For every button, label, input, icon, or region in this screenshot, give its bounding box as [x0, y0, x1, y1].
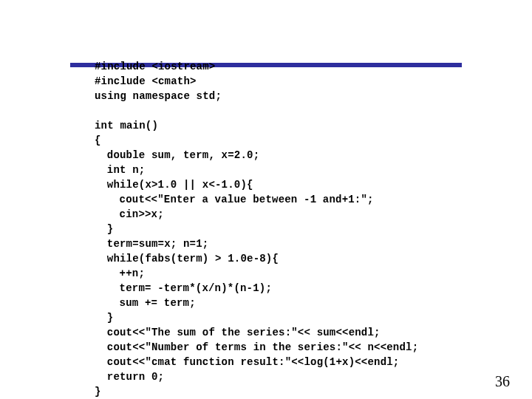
code-line: #include <iostream>: [95, 61, 215, 72]
code-block: #include <iostream> #include <cmath> usi…: [95, 44, 418, 399]
code-line: cout<<"cmat function result:"<<log(1+x)<…: [107, 356, 400, 368]
code-line: {: [95, 134, 101, 146]
code-line: term=sum=x; n=1;: [107, 238, 209, 250]
code-line: return 0;: [107, 371, 164, 383]
code-line: term= -term*(x/n)*(n-1);: [120, 282, 272, 294]
code-line: }: [107, 312, 114, 324]
code-line: cin>>x;: [120, 208, 164, 220]
code-line: }: [107, 223, 114, 235]
code-line: int n;: [107, 164, 146, 176]
code-line: int main(): [95, 120, 158, 132]
code-line: sum += term;: [120, 297, 196, 309]
code-line: #include <cmath>: [95, 75, 197, 87]
code-line: ++n;: [120, 267, 145, 279]
code-line: double sum, term, x=2.0;: [107, 149, 259, 161]
code-line: cout<<"Enter a value between -1 and+1:";: [120, 194, 374, 205]
code-line: using namespace std;: [95, 90, 222, 102]
code-line: while(fabs(term) > 1.0e-8){: [107, 253, 279, 265]
code-line: while(x>1.0 || x<-1.0){: [107, 179, 253, 191]
code-line: cout<<"Number of terms in the series:"<<…: [107, 341, 418, 353]
code-line: cout<<"The sum of the series:"<< sum<<en…: [107, 327, 381, 338]
code-line: }: [95, 386, 101, 398]
page-number: 36: [495, 373, 510, 390]
